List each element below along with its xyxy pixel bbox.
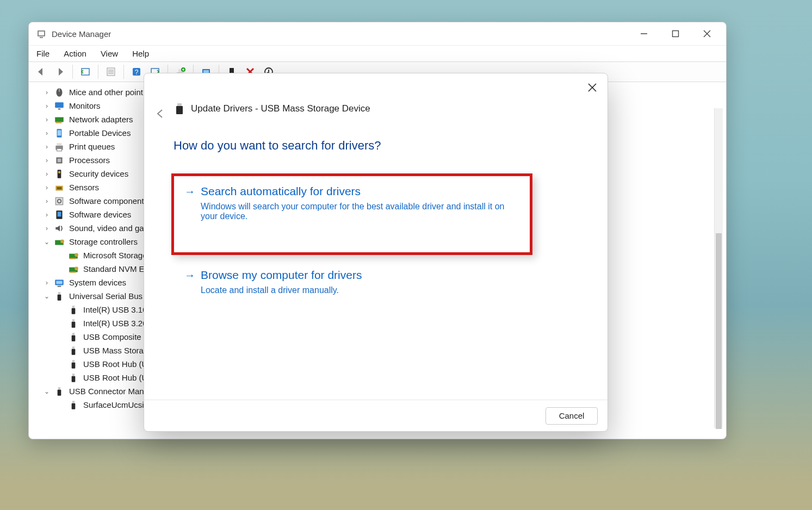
disclosure-icon[interactable]: › <box>43 143 51 151</box>
svg-rect-59 <box>72 306 75 308</box>
properties-button[interactable] <box>103 64 119 80</box>
svg-rect-37 <box>58 158 61 162</box>
disclosure-icon[interactable]: › <box>43 211 51 219</box>
vertical-scrollbar[interactable] <box>714 108 723 428</box>
mouse-icon <box>54 88 65 97</box>
tree-item-label: Processors <box>69 156 110 165</box>
svg-rect-60 <box>72 308 76 314</box>
cancel-button-label: Cancel <box>559 411 585 420</box>
option2-desc: Locate and install a driver manually. <box>201 285 516 295</box>
usb-icon <box>68 346 79 356</box>
svg-rect-64 <box>72 335 76 341</box>
disclosure-icon[interactable]: › <box>43 89 51 96</box>
nav-forward-button[interactable] <box>52 64 68 80</box>
disclosure-icon[interactable]: › <box>43 170 51 178</box>
option-browse-computer[interactable]: →Browse my computer for drivers Locate a… <box>180 265 548 298</box>
tree-item-label: Monitors <box>69 101 101 110</box>
menu-view[interactable]: View <box>101 49 118 58</box>
usb-icon <box>68 332 79 342</box>
usb-icon <box>54 387 65 396</box>
svg-rect-27 <box>55 102 64 108</box>
help-button[interactable]: ? <box>128 64 145 80</box>
close-button[interactable] <box>691 23 723 45</box>
update-drivers-dialog: Update Drivers - USB Mass Storage Device… <box>144 73 608 432</box>
disclosure-icon[interactable]: ⌄ <box>43 238 51 246</box>
disclosure-icon[interactable]: › <box>43 102 51 110</box>
disclosure-icon[interactable]: › <box>43 157 51 164</box>
svg-rect-58 <box>58 294 61 300</box>
usb-icon <box>68 305 79 315</box>
tree-item-label: Sensors <box>69 183 99 192</box>
option-search-automatically[interactable]: →Search automatically for drivers Window… <box>180 181 548 225</box>
arrow-right-icon: → <box>184 268 195 282</box>
printer-icon <box>54 142 65 152</box>
menu-help[interactable]: Help <box>132 49 149 58</box>
disclosure-icon[interactable]: › <box>43 225 51 232</box>
tree-item-label: Portable Devices <box>69 128 131 138</box>
svg-rect-50 <box>70 258 76 259</box>
svg-rect-68 <box>72 362 76 368</box>
tree-item-label: Network adapters <box>69 115 133 124</box>
svg-point-47 <box>60 239 64 243</box>
tree-item-label: Print queues <box>69 142 115 151</box>
dialog-back-button[interactable] <box>152 105 169 122</box>
svg-rect-32 <box>58 130 61 135</box>
menubar: File Action View Help <box>29 45 726 61</box>
option2-title: Browse my computer for drivers <box>201 269 362 281</box>
menu-action[interactable]: Action <box>64 49 86 58</box>
storage-icon <box>54 237 65 247</box>
disclosure-icon[interactable]: › <box>43 116 51 123</box>
sensor-icon <box>54 183 65 192</box>
tree-item-label: Software devices <box>69 210 131 219</box>
disclosure-icon[interactable]: ⌄ <box>43 388 51 395</box>
svg-point-39 <box>58 171 60 173</box>
titlebar: Device Manager <box>29 22 726 45</box>
option1-title: Search automatically for drivers <box>201 185 361 197</box>
usb-icon <box>68 359 79 369</box>
option1-desc: Windows will search your computer for th… <box>201 202 516 221</box>
svg-rect-45 <box>58 212 61 216</box>
svg-rect-41 <box>57 186 62 189</box>
svg-rect-56 <box>58 285 61 287</box>
disclosure-icon[interactable]: › <box>43 279 51 287</box>
tree-item-label: Storage controllers <box>69 237 138 246</box>
svg-rect-29 <box>55 117 64 122</box>
nav-back-button[interactable] <box>33 64 49 80</box>
scroll-thumb[interactable] <box>716 233 722 429</box>
usb-icon <box>54 291 65 301</box>
security-icon <box>54 169 65 179</box>
storage2-icon <box>68 264 79 274</box>
disclosure-icon[interactable]: › <box>43 197 51 205</box>
cancel-button[interactable]: Cancel <box>546 407 598 425</box>
usb-icon <box>68 373 79 383</box>
disclosure-icon[interactable]: › <box>43 184 51 191</box>
svg-rect-28 <box>58 108 60 109</box>
portable-icon <box>54 128 65 138</box>
cpu-icon <box>54 156 65 165</box>
svg-text:?: ? <box>135 69 139 76</box>
svg-rect-69 <box>72 374 75 376</box>
svg-point-52 <box>75 266 78 270</box>
svg-rect-1 <box>39 32 44 35</box>
tree-item-label: Security devices <box>69 169 128 178</box>
svg-point-49 <box>75 253 78 257</box>
usb-icon <box>68 319 79 328</box>
svg-rect-35 <box>57 148 62 151</box>
dialog-close-button[interactable] <box>584 79 601 96</box>
usb-device-icon <box>175 103 184 115</box>
storage2-icon <box>68 251 79 260</box>
system-icon <box>54 278 65 288</box>
window-title: Device Manager <box>52 29 111 39</box>
maximize-button[interactable] <box>660 23 691 45</box>
svg-rect-4 <box>673 31 679 37</box>
svg-rect-57 <box>58 292 60 294</box>
svg-rect-30 <box>55 122 61 123</box>
svg-rect-74 <box>72 403 76 409</box>
minimize-button[interactable] <box>628 23 660 45</box>
disclosure-icon[interactable]: › <box>43 129 51 137</box>
svg-rect-66 <box>72 349 76 354</box>
disclosure-icon[interactable]: ⌄ <box>43 293 51 300</box>
show-hide-tree-button[interactable] <box>77 64 94 80</box>
svg-rect-34 <box>57 143 62 145</box>
menu-file[interactable]: File <box>36 49 49 58</box>
